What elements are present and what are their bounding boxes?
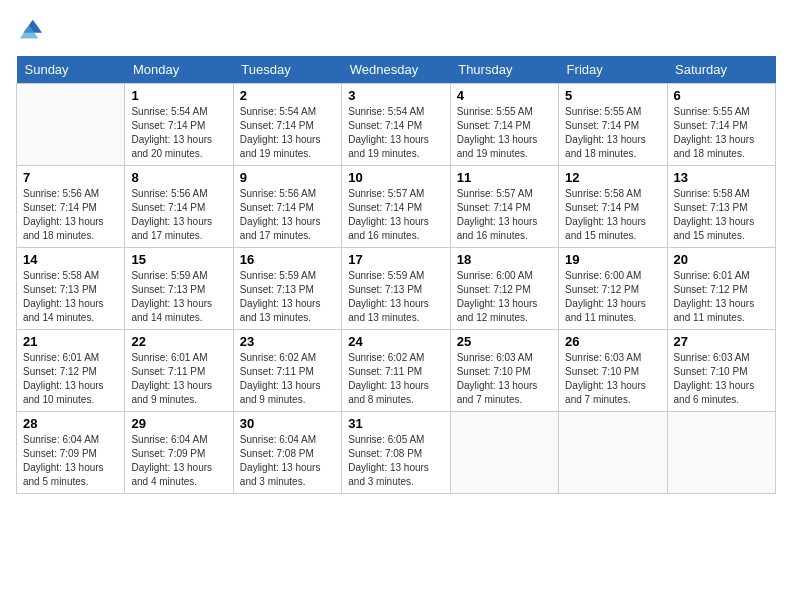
calendar-week-row: 1Sunrise: 5:54 AM Sunset: 7:14 PM Daylig… <box>17 84 776 166</box>
calendar-cell: 25Sunrise: 6:03 AM Sunset: 7:10 PM Dayli… <box>450 330 558 412</box>
calendar-cell: 4Sunrise: 5:55 AM Sunset: 7:14 PM Daylig… <box>450 84 558 166</box>
day-number: 27 <box>674 334 769 349</box>
day-number: 28 <box>23 416 118 431</box>
logo-icon <box>16 16 44 44</box>
calendar-cell: 10Sunrise: 5:57 AM Sunset: 7:14 PM Dayli… <box>342 166 450 248</box>
day-number: 4 <box>457 88 552 103</box>
day-info: Sunrise: 5:57 AM Sunset: 7:14 PM Dayligh… <box>457 187 552 243</box>
day-info: Sunrise: 5:58 AM Sunset: 7:14 PM Dayligh… <box>565 187 660 243</box>
day-info: Sunrise: 6:00 AM Sunset: 7:12 PM Dayligh… <box>565 269 660 325</box>
calendar-cell: 29Sunrise: 6:04 AM Sunset: 7:09 PM Dayli… <box>125 412 233 494</box>
calendar-cell: 26Sunrise: 6:03 AM Sunset: 7:10 PM Dayli… <box>559 330 667 412</box>
calendar-table: SundayMondayTuesdayWednesdayThursdayFrid… <box>16 56 776 494</box>
calendar-cell: 14Sunrise: 5:58 AM Sunset: 7:13 PM Dayli… <box>17 248 125 330</box>
calendar-cell: 13Sunrise: 5:58 AM Sunset: 7:13 PM Dayli… <box>667 166 775 248</box>
calendar-cell: 3Sunrise: 5:54 AM Sunset: 7:14 PM Daylig… <box>342 84 450 166</box>
day-number: 5 <box>565 88 660 103</box>
day-number: 21 <box>23 334 118 349</box>
calendar-cell: 28Sunrise: 6:04 AM Sunset: 7:09 PM Dayli… <box>17 412 125 494</box>
day-header-friday: Friday <box>559 56 667 84</box>
calendar-week-row: 28Sunrise: 6:04 AM Sunset: 7:09 PM Dayli… <box>17 412 776 494</box>
day-info: Sunrise: 6:00 AM Sunset: 7:12 PM Dayligh… <box>457 269 552 325</box>
calendar-cell: 21Sunrise: 6:01 AM Sunset: 7:12 PM Dayli… <box>17 330 125 412</box>
day-info: Sunrise: 6:01 AM Sunset: 7:12 PM Dayligh… <box>23 351 118 407</box>
day-number: 20 <box>674 252 769 267</box>
calendar-cell: 1Sunrise: 5:54 AM Sunset: 7:14 PM Daylig… <box>125 84 233 166</box>
day-number: 7 <box>23 170 118 185</box>
day-info: Sunrise: 5:55 AM Sunset: 7:14 PM Dayligh… <box>674 105 769 161</box>
calendar-cell: 12Sunrise: 5:58 AM Sunset: 7:14 PM Dayli… <box>559 166 667 248</box>
day-number: 3 <box>348 88 443 103</box>
day-info: Sunrise: 5:55 AM Sunset: 7:14 PM Dayligh… <box>565 105 660 161</box>
day-number: 26 <box>565 334 660 349</box>
day-number: 11 <box>457 170 552 185</box>
calendar-cell: 30Sunrise: 6:04 AM Sunset: 7:08 PM Dayli… <box>233 412 341 494</box>
day-info: Sunrise: 6:02 AM Sunset: 7:11 PM Dayligh… <box>240 351 335 407</box>
day-number: 29 <box>131 416 226 431</box>
calendar-cell: 18Sunrise: 6:00 AM Sunset: 7:12 PM Dayli… <box>450 248 558 330</box>
calendar-cell: 19Sunrise: 6:00 AM Sunset: 7:12 PM Dayli… <box>559 248 667 330</box>
day-info: Sunrise: 5:54 AM Sunset: 7:14 PM Dayligh… <box>348 105 443 161</box>
calendar-cell: 11Sunrise: 5:57 AM Sunset: 7:14 PM Dayli… <box>450 166 558 248</box>
day-info: Sunrise: 5:59 AM Sunset: 7:13 PM Dayligh… <box>348 269 443 325</box>
calendar-cell: 9Sunrise: 5:56 AM Sunset: 7:14 PM Daylig… <box>233 166 341 248</box>
day-header-wednesday: Wednesday <box>342 56 450 84</box>
day-number: 2 <box>240 88 335 103</box>
calendar-cell: 31Sunrise: 6:05 AM Sunset: 7:08 PM Dayli… <box>342 412 450 494</box>
calendar-cell: 16Sunrise: 5:59 AM Sunset: 7:13 PM Dayli… <box>233 248 341 330</box>
day-number: 13 <box>674 170 769 185</box>
day-info: Sunrise: 5:58 AM Sunset: 7:13 PM Dayligh… <box>23 269 118 325</box>
day-number: 14 <box>23 252 118 267</box>
day-number: 19 <box>565 252 660 267</box>
calendar-cell: 2Sunrise: 5:54 AM Sunset: 7:14 PM Daylig… <box>233 84 341 166</box>
day-info: Sunrise: 6:01 AM Sunset: 7:11 PM Dayligh… <box>131 351 226 407</box>
day-number: 16 <box>240 252 335 267</box>
day-number: 24 <box>348 334 443 349</box>
calendar-cell: 8Sunrise: 5:56 AM Sunset: 7:14 PM Daylig… <box>125 166 233 248</box>
day-number: 25 <box>457 334 552 349</box>
calendar-cell: 17Sunrise: 5:59 AM Sunset: 7:13 PM Dayli… <box>342 248 450 330</box>
logo <box>16 16 48 44</box>
day-number: 8 <box>131 170 226 185</box>
day-header-tuesday: Tuesday <box>233 56 341 84</box>
day-header-sunday: Sunday <box>17 56 125 84</box>
day-info: Sunrise: 6:03 AM Sunset: 7:10 PM Dayligh… <box>565 351 660 407</box>
day-number: 10 <box>348 170 443 185</box>
calendar-cell <box>559 412 667 494</box>
day-number: 30 <box>240 416 335 431</box>
calendar-week-row: 21Sunrise: 6:01 AM Sunset: 7:12 PM Dayli… <box>17 330 776 412</box>
day-info: Sunrise: 6:01 AM Sunset: 7:12 PM Dayligh… <box>674 269 769 325</box>
calendar-week-row: 7Sunrise: 5:56 AM Sunset: 7:14 PM Daylig… <box>17 166 776 248</box>
day-number: 12 <box>565 170 660 185</box>
day-number: 6 <box>674 88 769 103</box>
calendar-cell: 7Sunrise: 5:56 AM Sunset: 7:14 PM Daylig… <box>17 166 125 248</box>
calendar-cell: 22Sunrise: 6:01 AM Sunset: 7:11 PM Dayli… <box>125 330 233 412</box>
day-number: 23 <box>240 334 335 349</box>
day-info: Sunrise: 6:03 AM Sunset: 7:10 PM Dayligh… <box>457 351 552 407</box>
day-number: 1 <box>131 88 226 103</box>
day-info: Sunrise: 6:03 AM Sunset: 7:10 PM Dayligh… <box>674 351 769 407</box>
day-info: Sunrise: 5:59 AM Sunset: 7:13 PM Dayligh… <box>131 269 226 325</box>
day-info: Sunrise: 6:04 AM Sunset: 7:09 PM Dayligh… <box>23 433 118 489</box>
day-info: Sunrise: 6:02 AM Sunset: 7:11 PM Dayligh… <box>348 351 443 407</box>
calendar-cell <box>667 412 775 494</box>
calendar-cell <box>450 412 558 494</box>
day-info: Sunrise: 5:57 AM Sunset: 7:14 PM Dayligh… <box>348 187 443 243</box>
day-number: 9 <box>240 170 335 185</box>
calendar-cell: 20Sunrise: 6:01 AM Sunset: 7:12 PM Dayli… <box>667 248 775 330</box>
day-number: 31 <box>348 416 443 431</box>
calendar-cell: 5Sunrise: 5:55 AM Sunset: 7:14 PM Daylig… <box>559 84 667 166</box>
calendar-cell: 6Sunrise: 5:55 AM Sunset: 7:14 PM Daylig… <box>667 84 775 166</box>
page-header <box>16 16 776 44</box>
day-info: Sunrise: 5:56 AM Sunset: 7:14 PM Dayligh… <box>240 187 335 243</box>
day-info: Sunrise: 6:04 AM Sunset: 7:09 PM Dayligh… <box>131 433 226 489</box>
day-info: Sunrise: 5:56 AM Sunset: 7:14 PM Dayligh… <box>23 187 118 243</box>
day-info: Sunrise: 5:56 AM Sunset: 7:14 PM Dayligh… <box>131 187 226 243</box>
calendar-cell: 27Sunrise: 6:03 AM Sunset: 7:10 PM Dayli… <box>667 330 775 412</box>
day-number: 15 <box>131 252 226 267</box>
day-info: Sunrise: 5:54 AM Sunset: 7:14 PM Dayligh… <box>240 105 335 161</box>
calendar-cell: 24Sunrise: 6:02 AM Sunset: 7:11 PM Dayli… <box>342 330 450 412</box>
day-info: Sunrise: 6:05 AM Sunset: 7:08 PM Dayligh… <box>348 433 443 489</box>
day-number: 17 <box>348 252 443 267</box>
day-info: Sunrise: 5:54 AM Sunset: 7:14 PM Dayligh… <box>131 105 226 161</box>
